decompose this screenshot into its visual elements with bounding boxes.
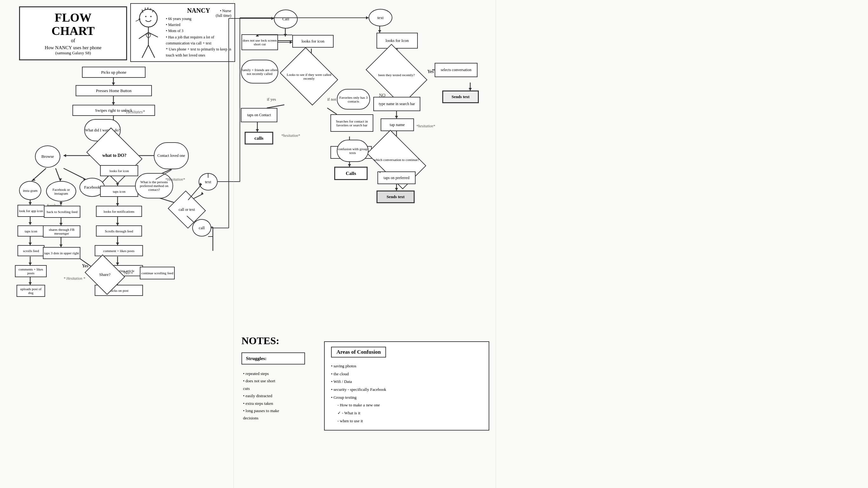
- svg-line-106: [142, 45, 148, 58]
- svg-marker-110: [290, 41, 292, 44]
- type-name-search-box: type name in search bar: [373, 97, 420, 111]
- svg-marker-13: [59, 178, 62, 181]
- looks-for-icon-text-box: looks for Icon: [376, 33, 418, 48]
- taps-on-contact-box: taps on Contact: [241, 108, 277, 122]
- svg-line-12: [56, 168, 60, 181]
- svg-point-93: [140, 9, 157, 27]
- svg-marker-92: [395, 188, 398, 191]
- svg-line-104: [139, 32, 148, 39]
- been-texted-text: been they texted recently?: [378, 73, 414, 77]
- svg-marker-68: [256, 129, 259, 132]
- confusion-label: Areas of Confusion: [337, 349, 381, 355]
- svg-marker-82: [469, 88, 472, 91]
- tap-name-box: tap name: [381, 119, 414, 131]
- sends-text1-box: Sends text: [442, 91, 479, 103]
- svg-line-14: [64, 168, 86, 180]
- facebook-or-instagram-circle: Facebook or instagram: [46, 181, 76, 202]
- svg-marker-25: [29, 263, 32, 265]
- title-line2: CHART: [52, 25, 95, 38]
- notes-section: NOTES: Struggles: • repeated steps • doe…: [242, 335, 279, 347]
- continue-scrolling-box: continue scrolling feed: [140, 267, 175, 280]
- title-subtitle: How NANCY uses her phone: [45, 45, 102, 51]
- svg-line-66: [327, 108, 337, 114]
- been-texted-diamond: been they texted recently?: [371, 57, 422, 93]
- svg-marker-7: [64, 154, 66, 157]
- hesitation-text-label: *hesitation*: [416, 124, 435, 129]
- share-diamond: Share?: [89, 262, 121, 287]
- svg-marker-19: [29, 202, 32, 205]
- svg-marker-44: [116, 223, 119, 225]
- svg-marker-33: [59, 245, 63, 247]
- if-not-label: if not: [327, 97, 336, 102]
- svg-marker-46: [116, 242, 119, 245]
- confusion-label-box: Areas of Confusion: [331, 347, 386, 358]
- divider-2: [496, 0, 496, 488]
- svg-marker-21: [29, 222, 32, 225]
- what-to-do-text: what to DO?: [102, 153, 126, 158]
- svg-marker-1: [112, 83, 115, 85]
- searches-contact-box: Searches for contact in favorites or sea…: [331, 114, 373, 132]
- svg-point-94: [145, 16, 147, 17]
- looks-for-icon-call-box: looks for icon: [292, 35, 334, 47]
- call-or-text-diamond: call or text: [173, 197, 201, 222]
- comments-likes-box: comments + likes posts: [15, 265, 47, 277]
- scrolls-through-feed-box: Scrolls through feed: [96, 225, 142, 236]
- calls1-box: calls: [245, 132, 273, 144]
- taps-icon-left-box: taps icon: [18, 225, 44, 236]
- svg-marker-42: [116, 203, 119, 206]
- svg-marker-31: [59, 223, 63, 225]
- text-top-circle: text: [369, 9, 392, 26]
- favorites-only-cloud: Favorites only has 3 contacts: [337, 89, 370, 109]
- svg-marker-11: [32, 178, 36, 181]
- share-text: Share?: [99, 272, 110, 277]
- selects-conversation-box: selects conversation: [435, 63, 477, 77]
- svg-marker-129: [271, 17, 274, 20]
- taps-on-preferred-box: taps on preferred: [377, 171, 415, 184]
- taps-icon-fb-box: taps icon: [100, 186, 138, 197]
- title-device: (samsung Galaxy S8): [55, 51, 91, 56]
- browse-circle: Browse: [35, 145, 60, 168]
- svg-line-65: [267, 105, 284, 108]
- notes-title: NOTES:: [242, 335, 279, 347]
- which-conversation-text: which conversation to continue?: [374, 158, 420, 162]
- title-line1: FLOW: [55, 11, 92, 25]
- hesitation-call-label: *hesitation*: [281, 133, 300, 138]
- svg-marker-3: [112, 102, 115, 105]
- svg-marker-27: [29, 282, 32, 285]
- back-to-scrolling-box: back to Scrolling feed: [44, 206, 81, 218]
- look-for-app-icon-box: look for app icon: [18, 205, 44, 217]
- stick-figure: [134, 7, 163, 59]
- svg-marker-54: [201, 192, 203, 195]
- instagram-circle: insta gram: [19, 181, 41, 200]
- title-of: of: [71, 38, 75, 43]
- svg-line-10: [32, 168, 46, 181]
- uploads-post-box: uploads post of dog: [17, 285, 45, 297]
- divider-1: [234, 0, 234, 488]
- svg-marker-72: [348, 164, 351, 167]
- svg-marker-23: [29, 242, 32, 245]
- text1-circle: text: [198, 173, 218, 191]
- nancy-facts: • 66 years young • Married • Mom of 3 • …: [166, 16, 231, 58]
- call-top-circle: Call: [274, 9, 298, 29]
- calls2-box: Calls: [334, 167, 368, 180]
- looks-for-icon-fb-box: looks for icon: [100, 165, 138, 176]
- scrolls-feed-box: scrolls feed: [18, 245, 44, 256]
- shares-through-fb-box: shares through FB messenger: [43, 225, 81, 237]
- if-yes-label: if yes: [267, 97, 276, 102]
- family-friends-cloud: family + friends are often not recently …: [241, 60, 278, 84]
- title-box: FLOW CHART of How NANCY uses her phone (…: [19, 6, 127, 60]
- struggles-label-box: Struggles:: [242, 352, 305, 364]
- does-not-use-box: does not use lock screen short cut: [242, 34, 278, 50]
- presses-home-box: Presses Home Button: [75, 85, 152, 96]
- svg-marker-76: [378, 30, 381, 33]
- yes2-label: Yes: [427, 69, 434, 74]
- persons-preferred-cloud: What is the persons preferred method on …: [135, 173, 173, 198]
- hesitation3-label: *Hesitation*: [165, 177, 185, 182]
- arrow-no: →: [128, 269, 134, 276]
- looks-to-see-diamond: Looks to see if they were called recentl…: [286, 58, 332, 95]
- call-or-text-text: call or text: [179, 207, 195, 212]
- hesitates-label: *Hesitates*: [124, 109, 145, 115]
- svg-point-95: [150, 16, 152, 17]
- svg-marker-60: [284, 34, 287, 36]
- sends-text2-box: Sends text: [376, 191, 414, 203]
